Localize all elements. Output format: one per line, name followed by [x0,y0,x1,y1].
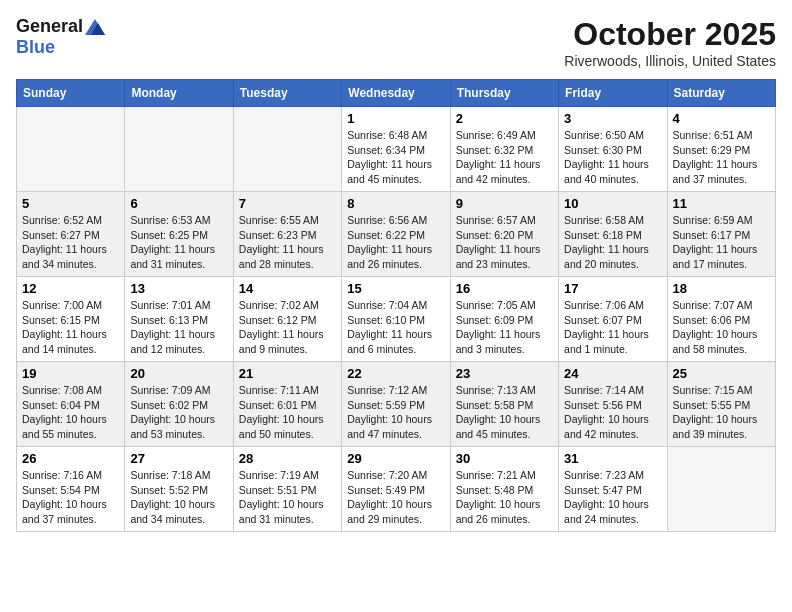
day-cell: 23Sunrise: 7:13 AMSunset: 5:58 PMDayligh… [450,362,558,447]
day-cell: 15Sunrise: 7:04 AMSunset: 6:10 PMDayligh… [342,277,450,362]
title-area: October 2025 Riverwoods, Illinois, Unite… [564,16,776,69]
day-number: 24 [564,366,661,381]
logo-general: General [16,16,83,37]
day-cell: 6Sunrise: 6:53 AMSunset: 6:25 PMDaylight… [125,192,233,277]
day-info: Sunrise: 7:01 AMSunset: 6:13 PMDaylight:… [130,298,227,357]
day-cell: 19Sunrise: 7:08 AMSunset: 6:04 PMDayligh… [17,362,125,447]
calendar-header-row: SundayMondayTuesdayWednesdayThursdayFrid… [17,80,776,107]
day-cell: 27Sunrise: 7:18 AMSunset: 5:52 PMDayligh… [125,447,233,532]
day-cell: 20Sunrise: 7:09 AMSunset: 6:02 PMDayligh… [125,362,233,447]
day-number: 22 [347,366,444,381]
day-number: 19 [22,366,119,381]
day-cell: 2Sunrise: 6:49 AMSunset: 6:32 PMDaylight… [450,107,558,192]
day-cell [125,107,233,192]
day-cell: 16Sunrise: 7:05 AMSunset: 6:09 PMDayligh… [450,277,558,362]
day-number: 2 [456,111,553,126]
calendar: SundayMondayTuesdayWednesdayThursdayFrid… [16,79,776,532]
day-number: 15 [347,281,444,296]
day-info: Sunrise: 7:07 AMSunset: 6:06 PMDaylight:… [673,298,770,357]
day-cell: 22Sunrise: 7:12 AMSunset: 5:59 PMDayligh… [342,362,450,447]
day-number: 12 [22,281,119,296]
day-cell: 5Sunrise: 6:52 AMSunset: 6:27 PMDaylight… [17,192,125,277]
day-number: 23 [456,366,553,381]
day-info: Sunrise: 7:06 AMSunset: 6:07 PMDaylight:… [564,298,661,357]
day-number: 26 [22,451,119,466]
day-cell: 14Sunrise: 7:02 AMSunset: 6:12 PMDayligh… [233,277,341,362]
day-info: Sunrise: 7:04 AMSunset: 6:10 PMDaylight:… [347,298,444,357]
day-cell: 4Sunrise: 6:51 AMSunset: 6:29 PMDaylight… [667,107,775,192]
day-info: Sunrise: 6:59 AMSunset: 6:17 PMDaylight:… [673,213,770,272]
week-row-5: 26Sunrise: 7:16 AMSunset: 5:54 PMDayligh… [17,447,776,532]
week-row-4: 19Sunrise: 7:08 AMSunset: 6:04 PMDayligh… [17,362,776,447]
day-cell: 30Sunrise: 7:21 AMSunset: 5:48 PMDayligh… [450,447,558,532]
day-cell: 3Sunrise: 6:50 AMSunset: 6:30 PMDaylight… [559,107,667,192]
day-info: Sunrise: 6:56 AMSunset: 6:22 PMDaylight:… [347,213,444,272]
day-cell: 7Sunrise: 6:55 AMSunset: 6:23 PMDaylight… [233,192,341,277]
header-day-sunday: Sunday [17,80,125,107]
month-title: October 2025 [564,16,776,53]
day-info: Sunrise: 7:18 AMSunset: 5:52 PMDaylight:… [130,468,227,527]
location: Riverwoods, Illinois, United States [564,53,776,69]
logo: General Blue [16,16,105,58]
day-cell: 31Sunrise: 7:23 AMSunset: 5:47 PMDayligh… [559,447,667,532]
day-cell: 10Sunrise: 6:58 AMSunset: 6:18 PMDayligh… [559,192,667,277]
day-info: Sunrise: 7:00 AMSunset: 6:15 PMDaylight:… [22,298,119,357]
week-row-3: 12Sunrise: 7:00 AMSunset: 6:15 PMDayligh… [17,277,776,362]
day-cell: 28Sunrise: 7:19 AMSunset: 5:51 PMDayligh… [233,447,341,532]
header-day-monday: Monday [125,80,233,107]
day-cell: 9Sunrise: 6:57 AMSunset: 6:20 PMDaylight… [450,192,558,277]
day-info: Sunrise: 6:58 AMSunset: 6:18 PMDaylight:… [564,213,661,272]
day-info: Sunrise: 7:16 AMSunset: 5:54 PMDaylight:… [22,468,119,527]
day-info: Sunrise: 6:53 AMSunset: 6:25 PMDaylight:… [130,213,227,272]
day-info: Sunrise: 6:52 AMSunset: 6:27 PMDaylight:… [22,213,119,272]
week-row-2: 5Sunrise: 6:52 AMSunset: 6:27 PMDaylight… [17,192,776,277]
day-number: 17 [564,281,661,296]
day-number: 3 [564,111,661,126]
day-info: Sunrise: 7:09 AMSunset: 6:02 PMDaylight:… [130,383,227,442]
day-cell: 1Sunrise: 6:48 AMSunset: 6:34 PMDaylight… [342,107,450,192]
day-number: 11 [673,196,770,211]
day-info: Sunrise: 6:48 AMSunset: 6:34 PMDaylight:… [347,128,444,187]
day-cell: 18Sunrise: 7:07 AMSunset: 6:06 PMDayligh… [667,277,775,362]
day-number: 10 [564,196,661,211]
day-cell [233,107,341,192]
day-number: 21 [239,366,336,381]
day-info: Sunrise: 6:55 AMSunset: 6:23 PMDaylight:… [239,213,336,272]
day-number: 18 [673,281,770,296]
day-number: 27 [130,451,227,466]
day-cell: 26Sunrise: 7:16 AMSunset: 5:54 PMDayligh… [17,447,125,532]
day-cell: 11Sunrise: 6:59 AMSunset: 6:17 PMDayligh… [667,192,775,277]
day-number: 16 [456,281,553,296]
day-number: 28 [239,451,336,466]
header-day-tuesday: Tuesday [233,80,341,107]
day-cell [17,107,125,192]
day-info: Sunrise: 7:12 AMSunset: 5:59 PMDaylight:… [347,383,444,442]
header-day-thursday: Thursday [450,80,558,107]
day-number: 29 [347,451,444,466]
day-cell: 17Sunrise: 7:06 AMSunset: 6:07 PMDayligh… [559,277,667,362]
day-cell: 8Sunrise: 6:56 AMSunset: 6:22 PMDaylight… [342,192,450,277]
day-info: Sunrise: 6:50 AMSunset: 6:30 PMDaylight:… [564,128,661,187]
header-day-friday: Friday [559,80,667,107]
day-number: 5 [22,196,119,211]
day-number: 20 [130,366,227,381]
day-info: Sunrise: 7:13 AMSunset: 5:58 PMDaylight:… [456,383,553,442]
day-number: 8 [347,196,444,211]
day-number: 6 [130,196,227,211]
logo-icon [85,19,105,35]
day-cell: 12Sunrise: 7:00 AMSunset: 6:15 PMDayligh… [17,277,125,362]
day-number: 31 [564,451,661,466]
day-info: Sunrise: 7:21 AMSunset: 5:48 PMDaylight:… [456,468,553,527]
header-day-saturday: Saturday [667,80,775,107]
day-number: 7 [239,196,336,211]
day-number: 1 [347,111,444,126]
day-number: 4 [673,111,770,126]
day-info: Sunrise: 7:20 AMSunset: 5:49 PMDaylight:… [347,468,444,527]
day-info: Sunrise: 7:11 AMSunset: 6:01 PMDaylight:… [239,383,336,442]
day-info: Sunrise: 7:15 AMSunset: 5:55 PMDaylight:… [673,383,770,442]
day-cell: 21Sunrise: 7:11 AMSunset: 6:01 PMDayligh… [233,362,341,447]
day-number: 30 [456,451,553,466]
day-info: Sunrise: 7:02 AMSunset: 6:12 PMDaylight:… [239,298,336,357]
day-cell [667,447,775,532]
day-number: 9 [456,196,553,211]
